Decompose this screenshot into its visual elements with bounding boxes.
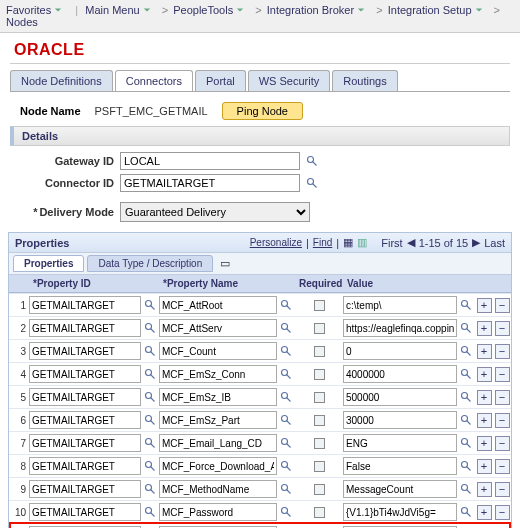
connector-id-input[interactable] (120, 174, 300, 192)
breadcrumb-item[interactable]: PeopleTools (173, 4, 244, 16)
lookup-icon[interactable] (277, 345, 295, 357)
property-name-input[interactable] (159, 296, 277, 314)
add-row-button[interactable]: + (477, 413, 492, 428)
value-input[interactable] (343, 434, 457, 452)
tab-portal[interactable]: Portal (195, 70, 246, 91)
value-input[interactable] (343, 457, 457, 475)
required-checkbox[interactable] (314, 507, 325, 518)
nav-favorites[interactable]: Favorites (6, 4, 62, 16)
find-link[interactable]: Find (313, 237, 332, 248)
lookup-icon[interactable] (141, 322, 159, 334)
lookup-icon[interactable] (457, 506, 475, 518)
property-name-input[interactable] (159, 319, 277, 337)
property-id-input[interactable] (29, 365, 141, 383)
delete-row-button[interactable]: − (495, 367, 510, 382)
value-input[interactable] (343, 480, 457, 498)
add-row-button[interactable]: + (477, 321, 492, 336)
property-id-input[interactable] (29, 503, 141, 521)
lookup-icon[interactable] (141, 506, 159, 518)
value-input[interactable] (343, 319, 457, 337)
lookup-icon[interactable] (141, 483, 159, 495)
property-name-input[interactable] (159, 457, 277, 475)
next-icon[interactable]: ▶ (472, 236, 480, 249)
lookup-icon[interactable] (141, 460, 159, 472)
required-checkbox[interactable] (314, 484, 325, 495)
delete-row-button[interactable]: − (495, 344, 510, 359)
first-link[interactable]: First (381, 237, 402, 249)
nav-main-menu[interactable]: Main Menu (85, 4, 150, 16)
add-row-button[interactable]: + (477, 436, 492, 451)
lookup-icon[interactable] (304, 153, 320, 169)
property-id-input[interactable] (29, 411, 141, 429)
download-icon[interactable]: ▥ (357, 236, 367, 249)
lookup-icon[interactable] (304, 175, 320, 191)
view-all-icon[interactable]: ▦ (343, 236, 353, 249)
value-input[interactable] (343, 296, 457, 314)
property-id-input[interactable] (29, 342, 141, 360)
required-checkbox[interactable] (314, 300, 325, 311)
add-row-button[interactable]: + (477, 390, 492, 405)
value-input[interactable] (343, 388, 457, 406)
add-row-button[interactable]: + (477, 459, 492, 474)
lookup-icon[interactable] (141, 437, 159, 449)
property-id-input[interactable] (29, 296, 141, 314)
lookup-icon[interactable] (457, 322, 475, 334)
lookup-icon[interactable] (457, 345, 475, 357)
add-row-button[interactable]: + (477, 505, 492, 520)
lookup-icon[interactable] (457, 483, 475, 495)
lookup-icon[interactable] (141, 414, 159, 426)
lookup-icon[interactable] (277, 368, 295, 380)
lookup-icon[interactable] (277, 483, 295, 495)
delete-row-button[interactable]: − (495, 436, 510, 451)
add-row-button[interactable]: + (477, 482, 492, 497)
delete-row-button[interactable]: − (495, 321, 510, 336)
lookup-icon[interactable] (457, 368, 475, 380)
lookup-icon[interactable] (457, 391, 475, 403)
value-input[interactable] (343, 411, 457, 429)
property-name-input[interactable] (159, 342, 277, 360)
lookup-icon[interactable] (277, 299, 295, 311)
add-row-button[interactable]: + (477, 344, 492, 359)
value-input[interactable] (343, 365, 457, 383)
lookup-icon[interactable] (277, 460, 295, 472)
value-input[interactable] (343, 503, 457, 521)
gateway-id-input[interactable] (120, 152, 300, 170)
required-checkbox[interactable] (314, 323, 325, 334)
required-checkbox[interactable] (314, 346, 325, 357)
property-id-input[interactable] (29, 434, 141, 452)
tab-routings[interactable]: Routings (332, 70, 397, 91)
required-checkbox[interactable] (314, 392, 325, 403)
lookup-icon[interactable] (277, 391, 295, 403)
add-row-button[interactable]: + (477, 298, 492, 313)
lookup-icon[interactable] (141, 368, 159, 380)
property-id-input[interactable] (29, 480, 141, 498)
add-row-button[interactable]: + (477, 367, 492, 382)
property-name-input[interactable] (159, 411, 277, 429)
property-id-input[interactable] (29, 319, 141, 337)
required-checkbox[interactable] (314, 415, 325, 426)
lookup-icon[interactable] (141, 391, 159, 403)
required-checkbox[interactable] (314, 369, 325, 380)
delete-row-button[interactable]: − (495, 482, 510, 497)
tab-connectors[interactable]: Connectors (115, 70, 193, 91)
last-link[interactable]: Last (484, 237, 505, 249)
lookup-icon[interactable] (457, 460, 475, 472)
property-name-input[interactable] (159, 365, 277, 383)
lookup-icon[interactable] (277, 506, 295, 518)
delete-row-button[interactable]: − (495, 413, 510, 428)
lookup-icon[interactable] (277, 322, 295, 334)
subtab-properties[interactable]: Properties (13, 255, 84, 272)
property-name-input[interactable] (159, 503, 277, 521)
show-all-columns-icon[interactable]: ▭ (220, 257, 230, 270)
required-checkbox[interactable] (314, 438, 325, 449)
tab-node-definitions[interactable]: Node Definitions (10, 70, 113, 91)
required-checkbox[interactable] (314, 461, 325, 472)
delete-row-button[interactable]: − (495, 298, 510, 313)
tab-ws-security[interactable]: WS Security (248, 70, 331, 91)
delivery-mode-select[interactable]: Guaranteed Delivery (120, 202, 310, 222)
lookup-icon[interactable] (141, 299, 159, 311)
delete-row-button[interactable]: − (495, 390, 510, 405)
property-name-input[interactable] (159, 434, 277, 452)
lookup-icon[interactable] (457, 299, 475, 311)
lookup-icon[interactable] (277, 414, 295, 426)
